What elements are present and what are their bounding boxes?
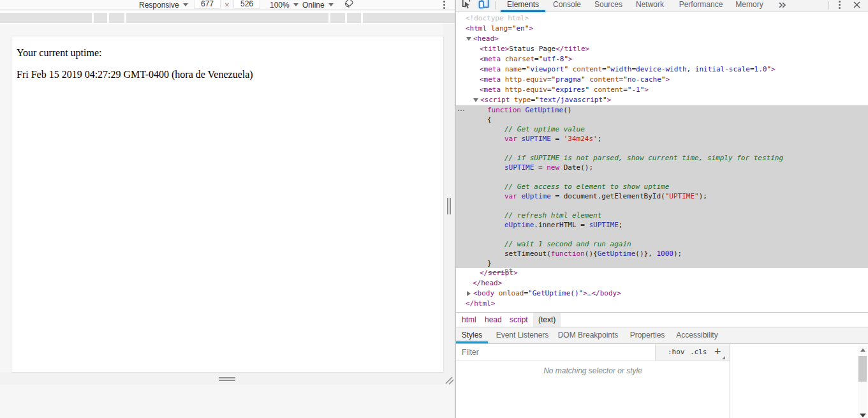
element-classes-button[interactable]: .cls bbox=[690, 344, 707, 361]
media-query-segment[interactable] bbox=[330, 13, 345, 23]
crumb-script[interactable]: script bbox=[510, 313, 528, 327]
resize-handle-bottom[interactable] bbox=[219, 377, 235, 382]
device-toolbar: Responsive 677 × 526 100% Online bbox=[0, 0, 455, 10]
chevron-down-icon bbox=[183, 3, 188, 6]
dom-tree-line[interactable]: <meta charset="utf-8"> bbox=[456, 54, 868, 64]
tab-styles[interactable]: Styles bbox=[456, 327, 488, 343]
tab-network[interactable]: Network bbox=[629, 0, 671, 11]
rotate-viewport-icon[interactable] bbox=[344, 0, 354, 8]
tab-memory[interactable]: Memory bbox=[728, 0, 770, 11]
tab-performance[interactable]: Performance bbox=[672, 0, 730, 11]
close-devtools-icon[interactable] bbox=[853, 1, 860, 8]
devtools-toolbar: Elements Console Sources Network Perform… bbox=[456, 0, 868, 11]
dom-tree-line[interactable]: <script type="text/javascript"> bbox=[456, 95, 868, 105]
expand-arrow-open-icon[interactable] bbox=[473, 98, 478, 102]
resize-handle-corner[interactable] bbox=[445, 375, 455, 385]
scrollbar[interactable] bbox=[858, 344, 867, 418]
tab-event-listeners[interactable]: Event Listeners bbox=[496, 327, 549, 343]
dom-tree-line[interactable]: } bbox=[456, 258, 868, 268]
no-matching-styles-message: No matching selector or style bbox=[456, 366, 730, 375]
emulated-page: Your current uptime: Fri Feb 15 2019 04:… bbox=[11, 36, 443, 372]
zoom-label: 100% bbox=[270, 1, 290, 10]
crumb-head[interactable]: head bbox=[485, 313, 502, 327]
media-query-bar[interactable] bbox=[0, 11, 455, 24]
dom-tree-line[interactable]: var eUptime = document.getElementById("U… bbox=[456, 191, 868, 201]
dom-tree-line[interactable]: // Get access to element to show uptime bbox=[456, 182, 868, 191]
devtools-pane: Elements Console Sources Network Perform… bbox=[456, 0, 868, 418]
dom-tree-line[interactable]: eUptime.innerHTML = sUPTIME; bbox=[456, 220, 868, 230]
dom-tree-line[interactable]: // refresh html element bbox=[456, 211, 868, 220]
scrollbar-up-icon[interactable] bbox=[860, 348, 865, 352]
new-style-rule-longpress-corner bbox=[722, 356, 725, 359]
dom-tree-line[interactable]: // Get uptime value bbox=[456, 124, 868, 134]
dom-tree-line[interactable] bbox=[456, 172, 868, 182]
dom-tree-line[interactable]: var sUPTIME = '34m24s'; bbox=[456, 134, 868, 144]
dom-tree-line[interactable]: { bbox=[456, 115, 868, 124]
dom-tree-line[interactable] bbox=[456, 201, 868, 211]
crumb-html[interactable]: html bbox=[462, 313, 476, 327]
styles-filter-input[interactable]: Filter bbox=[456, 344, 656, 361]
dom-tree-line[interactable] bbox=[456, 144, 868, 153]
viewport-width-input[interactable]: 677 bbox=[194, 0, 221, 9]
tab-accessibility[interactable]: Accessibility bbox=[674, 327, 720, 343]
device-emulation-pane: Responsive 677 × 526 100% Online Your cu… bbox=[0, 0, 455, 418]
dom-tree-line[interactable]: </scriptpt> bbox=[456, 268, 868, 278]
sidebar-tabs: Styles Event Listeners DOM Breakpoints P… bbox=[456, 327, 868, 344]
media-query-segment[interactable] bbox=[0, 13, 92, 23]
inspect-element-icon[interactable] bbox=[462, 0, 471, 9]
page-uptime-label: Your current uptime: bbox=[17, 47, 101, 59]
dom-tree-line[interactable]: <meta http-equiv="expires" content="-1"> bbox=[456, 85, 868, 95]
dom-tree-line[interactable]: <body onload="GetUptime()">…</body> bbox=[456, 288, 868, 299]
dom-tree-line[interactable]: <head> bbox=[456, 34, 868, 44]
tab-console[interactable]: Console bbox=[546, 0, 588, 11]
tab-properties[interactable]: Properties bbox=[628, 327, 666, 343]
more-tabs-button[interactable] bbox=[779, 1, 786, 9]
tab-sources[interactable]: Sources bbox=[588, 0, 629, 11]
devtools-menu-button[interactable] bbox=[837, 1, 842, 9]
crumb-text[interactable]: (text) bbox=[533, 313, 561, 327]
media-query-segment[interactable] bbox=[94, 13, 107, 23]
dom-tree-line[interactable]: sUPTIME = new Date(); bbox=[456, 163, 868, 172]
selected-script-text[interactable]: function GetUptime(){// Get uptime value… bbox=[456, 105, 868, 268]
media-query-segment[interactable] bbox=[126, 13, 328, 23]
device-toolbar-menu-button[interactable] bbox=[441, 0, 446, 9]
dom-gutter-ellipsis-icon bbox=[458, 110, 466, 112]
dom-tree-line[interactable]: <title>Status Page</title> bbox=[456, 44, 868, 54]
resize-handle-right[interactable] bbox=[447, 198, 452, 214]
dom-tree-line[interactable]: <meta http-equiv="pragma" content="no-ca… bbox=[456, 75, 868, 85]
page-uptime-value: Fri Feb 15 2019 04:27:29 GMT-0400 (hora … bbox=[17, 69, 253, 80]
dom-tree-line[interactable]: // wait 1 second and run again bbox=[456, 239, 868, 249]
dom-tree-line[interactable]: // if sUPTIME is not parsed, show curren… bbox=[456, 153, 868, 163]
dom-tree[interactable]: <!doctype html><html lang="en"><head><ti… bbox=[456, 13, 868, 309]
toggle-device-toolbar-icon[interactable] bbox=[477, 0, 491, 9]
media-query-segment[interactable] bbox=[109, 13, 124, 23]
scrollbar-thumb[interactable] bbox=[858, 356, 867, 382]
dom-tree-line[interactable]: function GetUptime() bbox=[456, 105, 868, 115]
chevron-down-icon bbox=[293, 3, 298, 6]
expand-arrow-open-icon[interactable] bbox=[466, 37, 471, 41]
dom-tree-line[interactable]: <html lang="en"> bbox=[456, 24, 868, 34]
styles-sidebar-column bbox=[730, 344, 868, 418]
expand-arrow-closed-icon[interactable] bbox=[467, 291, 471, 296]
device-type-label: Responsive bbox=[139, 1, 179, 10]
toolbar-separator bbox=[495, 1, 496, 10]
media-query-segment[interactable] bbox=[347, 13, 361, 23]
dom-tree-line[interactable]: </head> bbox=[456, 278, 868, 288]
breadcrumb: html head script (text) bbox=[456, 312, 868, 327]
styles-toolbar: Filter :hov .cls + bbox=[456, 344, 730, 361]
dom-tree-line[interactable] bbox=[456, 230, 868, 239]
new-style-rule-button[interactable]: + bbox=[714, 344, 721, 361]
dom-tree-line[interactable]: setTimeout(function(){GetUptime()}, 1000… bbox=[456, 249, 868, 258]
tab-elements[interactable]: Elements bbox=[501, 0, 545, 11]
toggle-element-state-button[interactable]: :hov bbox=[668, 344, 685, 361]
tab-dom-breakpoints[interactable]: DOM Breakpoints bbox=[556, 327, 620, 343]
dom-tree-line[interactable]: <!doctype html> bbox=[456, 13, 868, 24]
dom-tree-line[interactable]: <meta name="viewport" content="width=dev… bbox=[456, 64, 868, 75]
media-query-segment[interactable] bbox=[363, 13, 455, 23]
dom-tree-line[interactable]: </html> bbox=[456, 299, 868, 309]
toolbar-separator bbox=[828, 1, 829, 10]
scrollbar-down-icon[interactable] bbox=[860, 414, 866, 417]
throttling-label: Online bbox=[302, 1, 325, 10]
chevron-down-icon bbox=[328, 3, 334, 6]
viewport-height-input[interactable]: 526 bbox=[233, 0, 260, 9]
